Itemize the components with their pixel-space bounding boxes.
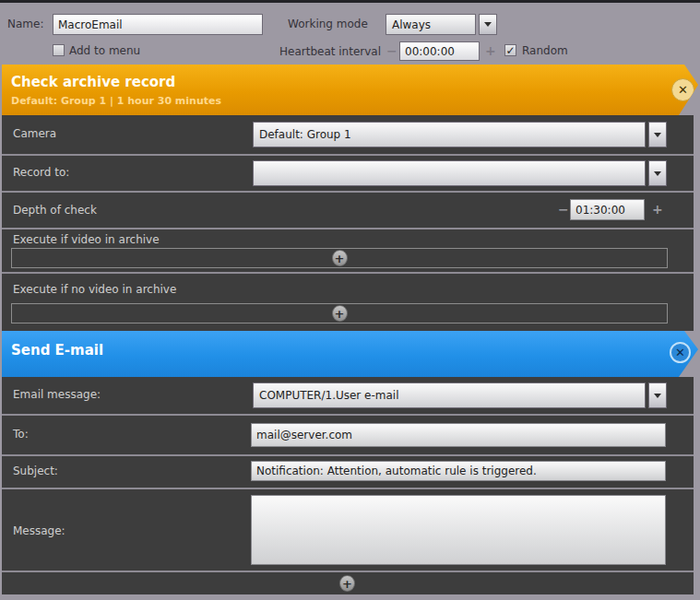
to-input[interactable] <box>251 423 666 447</box>
working-mode-dropdown[interactable]: Always <box>386 14 476 35</box>
to-row: To: <box>2 414 694 454</box>
add-action-button[interactable]: + <box>332 250 348 266</box>
execute-if-video-label: Execute if video in archive <box>13 233 160 246</box>
record-to-dropdown[interactable] <box>253 160 646 186</box>
execute-if-no-video-label: Execute if no video in archive <box>13 283 176 296</box>
message-label: Message: <box>13 524 65 537</box>
macro-general-settings: Name: Working mode Always Add to menu He… <box>0 3 700 65</box>
check-archive-body: Camera Default: Group 1 Record to: Depth… <box>2 115 694 331</box>
send-email-body: Email message: COMPUTER/1.User e-mail To… <box>2 377 694 594</box>
dropdown-arrow-icon <box>654 133 661 137</box>
execute-if-no-video-actionbar: + <box>11 303 668 324</box>
dropdown-arrow-icon <box>484 22 492 27</box>
camera-dropdown-button[interactable] <box>648 122 667 147</box>
working-mode-value: Always <box>392 18 431 31</box>
depth-of-check-label: Depth of check <box>13 204 97 217</box>
random-label: Random <box>522 44 568 57</box>
email-message-dropdown-button[interactable] <box>648 382 667 408</box>
to-label: To: <box>13 428 29 441</box>
email-message-label: Email message: <box>13 388 101 401</box>
send-email-title: Send E-mail <box>11 342 103 359</box>
subject-label: Subject: <box>13 465 58 477</box>
camera-label: Camera <box>13 127 56 140</box>
name-label: Name: <box>7 18 43 30</box>
camera-dropdown[interactable]: Default: Group 1 <box>253 122 646 147</box>
execute-if-no-video-row: Execute if no video in archive + <box>2 272 694 331</box>
working-mode-dropdown-button[interactable] <box>479 14 497 35</box>
subject-row: Subject: <box>2 454 694 488</box>
dropdown-arrow-icon <box>654 171 661 176</box>
dropdown-arrow-icon <box>654 394 661 398</box>
close-icon[interactable]: ✕ <box>670 342 691 363</box>
depth-of-check-input[interactable] <box>570 199 645 220</box>
message-textarea[interactable] <box>251 495 666 565</box>
email-message-dropdown[interactable]: COMPUTER/1.User e-mail <box>253 382 646 408</box>
depth-plus-button[interactable]: + <box>652 202 663 217</box>
heartbeat-plus-button[interactable]: + <box>485 43 496 58</box>
name-input[interactable] <box>53 14 263 35</box>
send-email-header: Send E-mail ✕ <box>2 331 698 377</box>
random-checkbox[interactable]: ✓ <box>504 44 516 56</box>
camera-row: Camera Default: Group 1 <box>2 115 694 154</box>
close-icon[interactable]: ✕ <box>671 78 694 101</box>
working-mode-label: Working mode <box>288 18 368 30</box>
heartbeat-interval-label: Heartbeat interval <box>279 45 381 58</box>
email-message-value: COMPUTER/1.User e-mail <box>259 389 399 402</box>
email-message-row: Email message: COMPUTER/1.User e-mail <box>2 377 694 414</box>
check-archive-title: Check archive record <box>11 74 175 90</box>
execute-if-video-actionbar: + <box>11 248 668 268</box>
message-row: Message: <box>2 488 694 571</box>
depth-of-check-row: Depth of check − + <box>2 191 694 228</box>
execute-if-video-row: Execute if video in archive + <box>2 228 694 272</box>
record-to-label: Record to: <box>13 166 69 179</box>
add-action-button[interactable]: + <box>332 305 348 322</box>
depth-minus-button[interactable]: − <box>558 202 569 217</box>
record-to-dropdown-button[interactable] <box>648 160 667 186</box>
heartbeat-interval-input[interactable] <box>399 41 480 61</box>
heartbeat-minus-button[interactable]: − <box>386 43 397 58</box>
add-to-menu-label: Add to menu <box>69 44 140 57</box>
camera-value: Default: Group 1 <box>259 128 351 141</box>
add-action-row: + <box>2 571 694 594</box>
add-action-button[interactable]: + <box>339 575 355 592</box>
check-archive-subtitle: Default: Group 1 | 1 hour 30 minutes <box>11 95 221 107</box>
add-to-menu-checkbox[interactable] <box>53 44 65 56</box>
check-archive-header: Check archive record Default: Group 1 | … <box>2 65 698 115</box>
subject-input[interactable] <box>251 461 666 481</box>
record-to-row: Record to: <box>2 154 694 191</box>
